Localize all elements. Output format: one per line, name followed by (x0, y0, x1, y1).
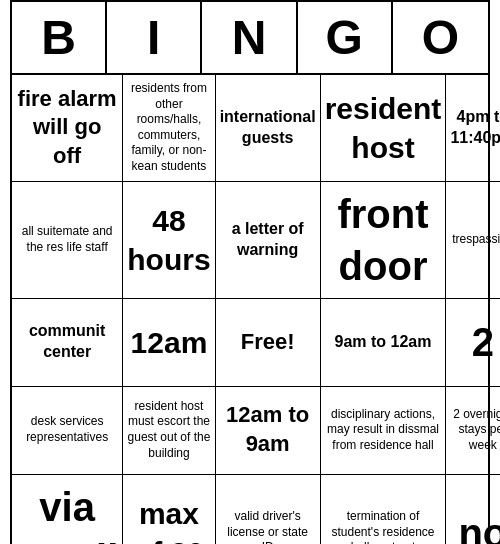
bingo-cell-10: communit center (12, 299, 123, 387)
cell-text-3: resident host (325, 89, 442, 167)
bingo-card: BINGO fire alarm will go offresidents fr… (10, 0, 490, 544)
cell-text-23: termination of student's residence hall … (325, 509, 442, 544)
bingo-cell-0: fire alarm will go off (12, 75, 123, 182)
bingo-cell-1: residents from other rooms/halls, commut… (123, 75, 215, 182)
bingo-cell-7: a letter of warning (216, 182, 321, 299)
cell-text-0: fire alarm will go off (16, 85, 118, 171)
cell-text-16: resident host must escort the guest out … (127, 399, 210, 461)
cell-text-20: via email (16, 481, 118, 544)
cell-text-6: 48 hours (127, 201, 210, 279)
bingo-letter-b: B (12, 2, 107, 73)
bingo-cell-14: 2 (446, 299, 500, 387)
bingo-cell-18: disciplinary actions, may result in diss… (321, 387, 447, 475)
cell-text-17: 12am to 9am (220, 401, 316, 458)
cell-text-7: a letter of warning (220, 219, 316, 261)
bingo-cell-2: international guests (216, 75, 321, 182)
cell-text-21: max of 20 (127, 494, 210, 544)
bingo-cell-24: no (446, 475, 500, 544)
cell-text-1: residents from other rooms/halls, commut… (127, 81, 210, 175)
cell-text-15: desk services representatives (16, 414, 118, 445)
cell-text-9: trespassing (452, 232, 500, 248)
bingo-cell-15: desk services representatives (12, 387, 123, 475)
bingo-cell-20: via email (12, 475, 123, 544)
bingo-cell-22: valid driver's license or state ID (216, 475, 321, 544)
bingo-letter-g: G (298, 2, 393, 73)
cell-text-19: 2 overnight stays per week (450, 407, 500, 454)
cell-text-11: 12am (131, 323, 208, 362)
bingo-cell-5: all suitemate and the res life staff (12, 182, 123, 299)
bingo-grid: fire alarm will go offresidents from oth… (12, 75, 488, 544)
bingo-cell-8: front door (321, 182, 447, 299)
cell-text-8: front door (325, 188, 442, 292)
bingo-cell-3: resident host (321, 75, 447, 182)
bingo-letter-o: O (393, 2, 488, 73)
bingo-header: BINGO (12, 2, 488, 75)
cell-text-2: international guests (220, 107, 316, 149)
cell-text-14: 2 (472, 316, 494, 368)
bingo-cell-11: 12am (123, 299, 215, 387)
cell-text-4: 4pm to 11:40pm (450, 107, 500, 149)
bingo-cell-21: max of 20 (123, 475, 215, 544)
bingo-cell-16: resident host must escort the guest out … (123, 387, 215, 475)
cell-text-22: valid driver's license or state ID (220, 509, 316, 544)
bingo-letter-i: I (107, 2, 202, 73)
cell-text-5: all suitemate and the res life staff (16, 224, 118, 255)
cell-text-12: Free! (241, 328, 295, 357)
bingo-cell-12: Free! (216, 299, 321, 387)
cell-text-18: disciplinary actions, may result in diss… (325, 407, 442, 454)
cell-text-10: communit center (16, 321, 118, 363)
cell-text-24: no (458, 507, 500, 544)
bingo-cell-9: trespassing (446, 182, 500, 299)
bingo-letter-n: N (202, 2, 297, 73)
bingo-cell-19: 2 overnight stays per week (446, 387, 500, 475)
bingo-cell-13: 9am to 12am (321, 299, 447, 387)
bingo-cell-4: 4pm to 11:40pm (446, 75, 500, 182)
bingo-cell-23: termination of student's residence hall … (321, 475, 447, 544)
cell-text-13: 9am to 12am (335, 332, 432, 353)
bingo-cell-17: 12am to 9am (216, 387, 321, 475)
bingo-cell-6: 48 hours (123, 182, 215, 299)
